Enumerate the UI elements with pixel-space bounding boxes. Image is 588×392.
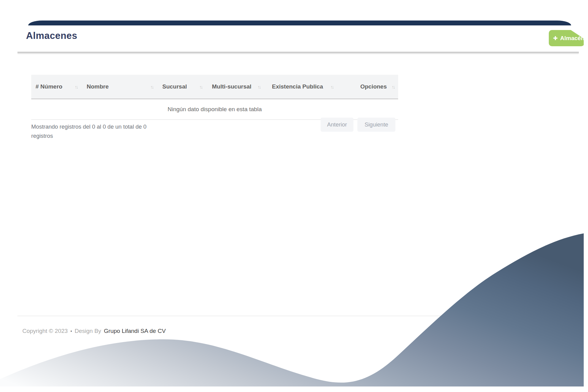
empty-message: Ningún dato disponible en esta tabla: [168, 106, 262, 113]
sort-icon: ↑↓: [330, 84, 333, 89]
company-name: Grupo Lifandi SA de CV: [104, 328, 166, 334]
app-viewport: Almacenes ✚ Almacén # Número ↑↓ Nombre ↑…: [0, 0, 588, 392]
footer-divider: [17, 316, 579, 316]
add-almacen-button[interactable]: ✚ Almacén: [549, 30, 584, 46]
top-accent-bar: [28, 21, 571, 25]
column-label: Existencia Publica: [272, 83, 323, 90]
column-header-sucursal[interactable]: Sucursal ↑↓: [157, 83, 206, 90]
pagination-next-button[interactable]: Siguiente: [357, 118, 395, 132]
column-header-existencia-publica[interactable]: Existencia Publica ↑↓: [264, 83, 337, 90]
sort-icon: ↑↓: [150, 84, 153, 89]
add-almacen-label: Almacén: [560, 35, 584, 42]
column-label: Nombre: [87, 83, 109, 90]
column-label: Opciones: [360, 83, 387, 90]
records-info: Mostrando registros del 0 al 0 de un tot…: [31, 122, 168, 141]
header-divider-shadow: [17, 52, 579, 55]
almacenes-table: # Número ↑↓ Nombre ↑↓ Sucursal ↑↓ Multi-…: [31, 75, 398, 120]
table-header-row: # Número ↑↓ Nombre ↑↓ Sucursal ↑↓ Multi-…: [31, 75, 398, 99]
column-label: Sucursal: [162, 83, 187, 90]
column-label: Multi-sucursal: [212, 83, 251, 90]
column-header-multi-sucursal[interactable]: Multi-sucursal ↑↓: [206, 83, 264, 90]
separator-dot: •: [70, 329, 72, 334]
column-header-nombre[interactable]: Nombre ↑↓: [81, 83, 157, 90]
sort-icon: ↑↓: [392, 84, 394, 89]
design-by-text: Design By: [75, 328, 101, 334]
page-title: Almacenes: [26, 30, 77, 41]
sort-icon: ↑↓: [258, 84, 260, 89]
column-label: # Número: [36, 83, 62, 90]
copyright-text: Copyright © 2023: [22, 328, 68, 334]
sort-icon: ↑↓: [75, 84, 77, 89]
pagination-previous-button[interactable]: Anterior: [321, 118, 353, 132]
page-content: Almacenes ✚ Almacén # Número ↑↓ Nombre ↑…: [0, 0, 584, 392]
column-header-numero[interactable]: # Número ↑↓: [31, 83, 81, 90]
sort-icon: ↑↓: [199, 84, 202, 89]
footer: Copyright © 2023 • Design By Grupo Lifan…: [22, 328, 166, 334]
table-empty-row: Ningún dato disponible en esta tabla: [31, 99, 398, 120]
plus-icon: ✚: [553, 36, 558, 41]
column-header-opciones[interactable]: Opciones ↑↓: [337, 83, 398, 90]
